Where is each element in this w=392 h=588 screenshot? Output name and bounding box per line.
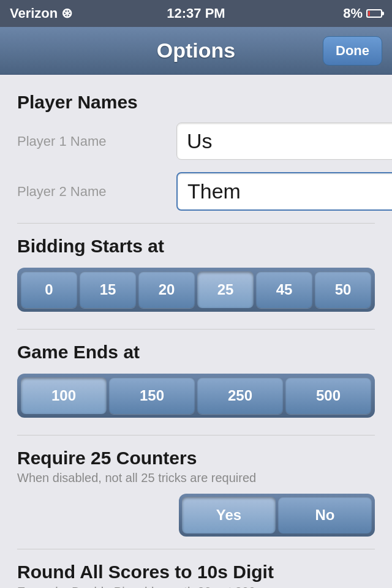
- carrier-text: Verizon: [10, 6, 58, 21]
- nav-bar: Options Done: [0, 27, 392, 75]
- round-scores-subtitle: Example: Double Pinochle worth 30 not 30…: [17, 585, 375, 588]
- game-ends-option-150[interactable]: 150: [109, 377, 195, 414]
- player2-row: Player 2 Name: [17, 172, 375, 211]
- divider-4: [17, 549, 375, 549]
- player1-input[interactable]: [176, 123, 392, 160]
- status-left: Verizon ⊛: [10, 6, 72, 21]
- content-area: Player Names Player 1 Name Player 2 Name…: [0, 75, 392, 588]
- player1-label: Player 1 Name: [17, 134, 176, 149]
- nav-title: Options: [157, 39, 235, 62]
- game-ends-segmented-control: 100150250500: [17, 374, 375, 418]
- require-counters-section: Require 25 Counters When disabled, not a…: [17, 448, 375, 537]
- game-ends-option-100[interactable]: 100: [21, 377, 107, 414]
- wifi-icon: ⊛: [61, 6, 72, 21]
- require-counters-title: Require 25 Counters: [17, 448, 375, 469]
- bidding-starts-title: Bidding Starts at: [17, 236, 375, 257]
- bidding-option-50[interactable]: 50: [315, 271, 371, 308]
- require-counters-subtitle: When disabled, not all 25 tricks are req…: [17, 471, 375, 485]
- player-names-title: Player Names: [17, 92, 375, 113]
- bidding-option-25[interactable]: 25: [197, 271, 254, 308]
- status-bar: Verizon ⊛ 12:37 PM 8%: [0, 0, 392, 27]
- divider-1: [17, 223, 375, 224]
- round-scores-section: Round All Scores to 10s Digit Example: D…: [17, 562, 375, 588]
- game-ends-option-500[interactable]: 500: [285, 377, 371, 414]
- counters-yes-button[interactable]: Yes: [182, 497, 276, 533]
- status-time: 12:37 PM: [167, 6, 225, 21]
- battery-percent: 8%: [343, 6, 363, 21]
- player2-input[interactable]: [176, 172, 392, 211]
- bidding-segmented-control: 01520254550: [17, 268, 375, 312]
- bidding-option-20[interactable]: 20: [138, 271, 195, 308]
- require-counters-control: YesNo: [179, 494, 375, 537]
- done-button[interactable]: Done: [323, 36, 382, 66]
- divider-3: [17, 435, 375, 435]
- bidding-option-15[interactable]: 15: [80, 271, 136, 308]
- status-right: 8%: [343, 6, 382, 21]
- game-ends-option-250[interactable]: 250: [197, 377, 283, 414]
- battery-icon: [366, 9, 382, 18]
- round-scores-title: Round All Scores to 10s Digit: [17, 562, 375, 582]
- bidding-option-45[interactable]: 45: [256, 271, 312, 308]
- bidding-option-0[interactable]: 0: [21, 271, 77, 308]
- divider-2: [17, 329, 375, 330]
- game-ends-title: Game Ends at: [17, 342, 375, 363]
- counters-no-button[interactable]: No: [278, 497, 372, 533]
- player2-label: Player 2 Name: [17, 184, 176, 200]
- player1-row: Player 1 Name: [17, 123, 375, 160]
